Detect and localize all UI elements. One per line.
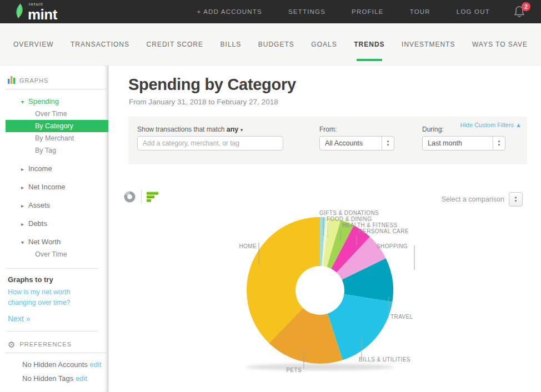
mint-leaf-icon <box>14 3 26 22</box>
sidebar-item-label: Assets <box>28 201 50 209</box>
triangle-up-icon: ▲ <box>515 122 522 128</box>
page-title: Spending by Category <box>128 76 296 94</box>
sidebar-item-net-worth[interactable]: ▾Net Worth <box>0 235 108 248</box>
main-nav: OVERVIEWTRANSACTIONSCREDIT SCOREBILLSBUD… <box>0 23 541 66</box>
preferences-heading-label: PREFERENCES <box>19 341 72 348</box>
slice-label-travel: TRAVEL <box>390 314 413 320</box>
graphs-to-try-link[interactable]: How is my net worth changing over time? <box>8 287 91 309</box>
triangle-right-icon: ▸ <box>21 203 28 209</box>
graphs-to-try-heading: Graphs to try <box>8 275 101 284</box>
nav-tab-trends[interactable]: TRENDS <box>350 23 388 65</box>
sidebar: GRAPHS ▾SpendingOver TimeBy CategoryBy M… <box>0 66 109 392</box>
sidebar-item-assets[interactable]: ▸Assets <box>0 199 108 212</box>
notifications-bell-button[interactable]: 2 <box>512 4 527 19</box>
sidebar-item-label: Income <box>28 164 52 173</box>
sidebar-item-by-category[interactable]: By Category <box>6 120 108 132</box>
topbar-item-tour[interactable]: TOUR <box>410 8 430 15</box>
triangle-right-icon: ▸ <box>21 221 28 227</box>
sidebar-item-label: Over Time <box>35 110 67 118</box>
sidebar-item-by-merchant[interactable]: By Merchant <box>0 132 108 144</box>
nav-tab-budgets[interactable]: BUDGETS <box>255 23 298 65</box>
sidebar-item-label: Debts <box>28 219 47 228</box>
edit-link[interactable]: edit <box>89 360 101 369</box>
triangle-right-icon: ▸ <box>21 184 28 190</box>
graphs-menu: ▾SpendingOver TimeBy CategoryBy Merchant… <box>0 95 108 260</box>
accounts-select[interactable]: All Accounts ▲▼ <box>319 136 394 150</box>
bell-icon <box>512 12 527 21</box>
brand-name: mint <box>28 6 57 23</box>
filter-panel: Hide Custom Filters ▲ Show transactions … <box>128 117 527 164</box>
slice-label-gifts-donations: GIFTS & DONATIONS <box>319 210 379 216</box>
from-label: From: <box>319 125 394 133</box>
sidebar-item-over-time[interactable]: Over Time <box>0 248 108 260</box>
nav-tab-credit-score[interactable]: CREDIT SCORE <box>143 23 207 65</box>
sidebar-item-debts[interactable]: ▸Debts <box>0 217 108 230</box>
slice-label-food-dining: FOOD & DINING <box>327 216 372 222</box>
topbar-menu: + ADD ACCOUNTSSETTINGSPROFILETOURLOG OUT <box>197 8 490 15</box>
topbar-item-settings[interactable]: SETTINGS <box>288 8 325 15</box>
from-filter-group: From: All Accounts ▲▼ <box>319 125 394 150</box>
sidebar-item-label: Net Worth <box>28 238 61 246</box>
sidebar-item-net-income[interactable]: ▸Net Income <box>0 180 108 193</box>
divider <box>6 353 108 353</box>
mint-app: intuit mint + ADD ACCOUNTSSETTINGSPROFIL… <box>0 0 541 392</box>
sidebar-item-over-time[interactable]: Over Time <box>0 108 108 120</box>
slice-label-home: HOME <box>239 243 257 249</box>
triangle-right-icon: ▸ <box>21 166 28 172</box>
notification-badge: 2 <box>522 2 530 11</box>
gear-icon: ⚙ <box>8 340 16 349</box>
next-link[interactable]: Next » <box>8 314 101 323</box>
slice-label-shopping: SHOPPING <box>377 243 408 249</box>
slice-label-personal-care: PERSONAL CARE <box>359 228 409 234</box>
slice-label-health-fitness: HEALTH & FITNESS <box>342 222 398 228</box>
sidebar-item-label: By Merchant <box>35 134 74 142</box>
preferences-heading: ⚙ PREFERENCES <box>0 340 108 349</box>
sidebar-item-income[interactable]: ▸Income <box>0 162 108 175</box>
topbar: intuit mint + ADD ACCOUNTSSETTINGSPROFIL… <box>0 0 541 23</box>
preference-no-hidden-accounts: No Hidden Accounts edit <box>0 358 108 371</box>
edit-link[interactable]: edit <box>76 374 87 383</box>
nav-tab-transactions[interactable]: TRANSACTIONS <box>67 23 133 65</box>
sidebar-item-label: Over Time <box>35 250 67 258</box>
topbar-item-profile[interactable]: PROFILE <box>352 8 384 15</box>
select-arrows-icon: ▲▼ <box>382 137 394 150</box>
nav-tab-ways-to-save[interactable]: WAYS TO SAVE <box>469 23 531 65</box>
triangle-down-icon: ▾ <box>21 99 28 105</box>
chart-shadow <box>246 364 394 370</box>
period-select[interactable]: Last month ▲▼ <box>422 136 505 150</box>
category-search-input[interactable] <box>137 136 283 150</box>
sidebar-item-label: By Tag <box>35 147 56 154</box>
date-range-subtitle: From January 31, 2018 to February 27, 20… <box>129 98 278 106</box>
during-label: During: <box>422 125 505 133</box>
match-filter-group: Show transactions that match any ▾ <box>137 125 283 150</box>
bar-chart-icon <box>8 76 16 85</box>
accounts-select-value: All Accounts <box>320 137 382 150</box>
topbar-item-add-accounts[interactable]: + ADD ACCOUNTS <box>197 8 262 15</box>
match-filter-label: Show transactions that match any ▾ <box>137 125 283 133</box>
slice-label-pets: PETS <box>286 367 302 373</box>
match-mode-dropdown[interactable]: any <box>227 125 239 133</box>
sidebar-item-label: By Category <box>35 122 73 130</box>
preference-no-hidden-tags: No Hidden Tags edit <box>0 371 108 385</box>
graphs-to-try: Graphs to try How is my net worth changi… <box>0 269 108 323</box>
preference-text: No Hidden Tags <box>22 374 76 383</box>
sidebar-item-spending[interactable]: ▾Spending <box>0 95 108 108</box>
mint-logo[interactable]: intuit mint <box>14 2 57 22</box>
sidebar-item-label: Net Income <box>28 183 65 191</box>
during-filter-group: During: Last month ▲▼ <box>422 125 505 150</box>
sidebar-item-by-tag[interactable]: By Tag <box>0 144 108 157</box>
nav-tab-investments[interactable]: INVESTMENTS <box>398 23 458 65</box>
nav-tab-bills[interactable]: BILLS <box>217 23 245 65</box>
preferences-list: No Hidden Accounts editNo Hidden Tags ed… <box>0 358 108 385</box>
sidebar-item-label: Spending <box>28 97 59 105</box>
nav-tab-goals[interactable]: GOALS <box>308 23 340 65</box>
select-arrows-icon: ▲▼ <box>493 137 505 150</box>
divider <box>6 89 108 89</box>
triangle-down-icon: ▾ <box>21 239 28 245</box>
divider <box>7 331 98 331</box>
nav-tab-overview[interactable]: OVERVIEW <box>10 23 57 65</box>
graphs-heading-label: GRAPHS <box>19 77 48 84</box>
topbar-item-log-out[interactable]: LOG OUT <box>457 8 490 15</box>
period-select-value: Last month <box>423 137 493 150</box>
preference-text: No Hidden Accounts <box>22 360 89 369</box>
